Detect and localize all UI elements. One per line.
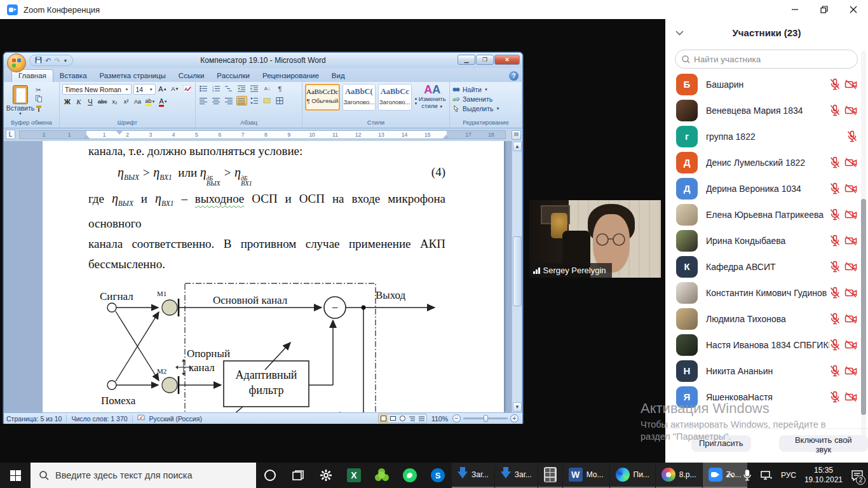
subscript-button[interactable]: x₂ (110, 97, 120, 107)
word-count[interactable]: Число слов: 1 370 (71, 415, 127, 423)
participant-row[interactable]: Б Башарин (665, 71, 864, 97)
sort-icon[interactable]: А↓ (262, 84, 273, 93)
superscript-button[interactable]: x² (121, 97, 132, 107)
ribbon-tab[interactable]: Вид (325, 70, 351, 82)
action-center-icon[interactable]: 2 (846, 463, 868, 488)
taskbar-app-paint[interactable]: 8.р... (656, 463, 702, 488)
participant-row[interactable]: Ирина Кондыбаева (665, 227, 864, 254)
language-switcher[interactable]: РУС (776, 463, 801, 488)
minimize-button[interactable] (780, 0, 810, 19)
taskbar-search-input[interactable] (55, 470, 246, 480)
unmute-button[interactable]: Включить свой звук (779, 435, 868, 452)
zoom-in-icon[interactable]: + (510, 414, 519, 423)
panel-scrollbar-thumb[interactable] (861, 199, 866, 415)
language-indicator[interactable]: Русский (Россия) (149, 415, 202, 423)
participant-row[interactable]: Константин Кимович Гудинов (665, 280, 864, 306)
justify-icon[interactable] (236, 96, 247, 105)
style-heading1[interactable]: AaBbC( Заголово... (342, 84, 376, 111)
scroll-down-icon[interactable]: ▼ (513, 402, 522, 412)
participant-video-tile[interactable]: Sergey Perelygin (529, 200, 661, 278)
format-painter-icon[interactable] (36, 105, 42, 113)
zoom-level[interactable]: 110% (431, 415, 448, 423)
ruler-toggle-button[interactable]: ▤ (512, 130, 521, 140)
web-view-icon[interactable] (398, 414, 407, 423)
ribbon-tab[interactable]: Рецензирование (256, 70, 325, 82)
panel-scrollbar[interactable] (861, 51, 866, 445)
help-icon[interactable]: ? (509, 71, 519, 81)
underline-button[interactable]: Ч (85, 97, 95, 107)
paste-button[interactable]: Вставить▼ (6, 84, 34, 118)
line-spacing-icon[interactable] (249, 96, 260, 105)
copy-icon[interactable] (36, 95, 42, 104)
taskbar-app-word[interactable]: WМо... (563, 463, 609, 488)
task-view-icon[interactable] (284, 463, 312, 488)
document-scrollbar[interactable]: ▲ ▼ (512, 141, 522, 412)
spellcheck-icon[interactable] (137, 414, 146, 423)
settings-icon[interactable] (312, 463, 340, 488)
shading-icon[interactable] (262, 96, 273, 105)
restore-button[interactable] (810, 0, 839, 19)
align-right-icon[interactable] (224, 96, 234, 105)
change-styles-button[interactable]: AA Изменитьстили ▼ (417, 84, 447, 118)
font-color-button[interactable]: А▼ (158, 97, 168, 107)
participant-row[interactable]: Я ЯшенковаНастя (665, 384, 864, 410)
fullscreen-view-icon[interactable] (388, 414, 398, 423)
ribbon-tab[interactable]: Ссылки (172, 70, 211, 82)
select-button[interactable]: Выделить▼ (452, 105, 499, 112)
participant-row[interactable]: Н Никита Ананьин (665, 358, 864, 384)
page-indicator[interactable]: Страница: 5 из 10 (6, 415, 62, 423)
bullets-icon[interactable] (198, 84, 209, 93)
style-heading2[interactable]: AaBbCc Заголово... (378, 84, 411, 111)
word-minimize-button[interactable]: ▁ (458, 55, 475, 65)
whatsapp-icon[interactable] (396, 463, 424, 488)
italic-button[interactable]: К (74, 97, 84, 107)
tab-selector[interactable]: L (6, 130, 15, 139)
font-size-combo[interactable]: 14▼ (133, 84, 156, 95)
bold-button[interactable]: Ж (62, 97, 72, 107)
start-button[interactable] (0, 463, 31, 488)
print-layout-view-icon[interactable] (379, 414, 388, 423)
icq-icon[interactable] (368, 463, 396, 488)
ribbon-tab[interactable]: Разметка страницы (93, 70, 172, 82)
collapse-panel-icon[interactable] (675, 27, 684, 38)
participant-row[interactable]: Настя Иванова 1834 СПБГИКИТ (665, 332, 864, 358)
outline-view-icon[interactable] (407, 414, 417, 423)
clear-formatting-button[interactable]: A (182, 84, 193, 94)
cut-icon[interactable]: ✂ (36, 86, 42, 93)
office-button[interactable] (7, 53, 26, 72)
cortana-icon[interactable] (256, 463, 284, 488)
numbering-icon[interactable]: 123 (211, 84, 222, 93)
right-indent-marker[interactable] (443, 135, 449, 139)
draft-view-icon[interactable] (417, 414, 426, 423)
scrollbar-thumb[interactable] (513, 236, 522, 306)
change-case-button[interactable]: Aa (133, 97, 143, 107)
document-page[interactable]: канала, т.е. должно выполняться условие:… (43, 141, 504, 412)
participant-search-box[interactable] (675, 50, 858, 69)
taskbar-app-download-2[interactable]: Заг... (495, 463, 538, 488)
align-left-icon[interactable] (198, 96, 209, 105)
taskbar-app-calculator[interactable] (538, 463, 562, 488)
zoom-slider[interactable] (463, 417, 508, 419)
highlight-button[interactable]: ab▼ (144, 97, 157, 107)
font-family-combo[interactable]: Times New Roman▼ (62, 84, 132, 95)
replace-button[interactable]: abЗаменить (452, 95, 499, 103)
close-button[interactable] (839, 0, 868, 19)
participant-row[interactable]: Д Дерина Вероника 1034 (665, 175, 864, 201)
strikethrough-button[interactable]: abс (97, 97, 109, 107)
skype-icon[interactable]: S (424, 463, 452, 488)
view-buttons[interactable] (378, 414, 427, 423)
shrink-font-button[interactable]: A▼ (170, 84, 180, 94)
taskbar-app-edge[interactable]: Пи... (610, 463, 655, 488)
tray-clock[interactable]: 15:35 19.10.2021 (801, 466, 846, 485)
participant-row[interactable]: К Кафедра АВСИТ (665, 254, 864, 280)
search-input[interactable] (694, 55, 851, 64)
tray-mic-icon[interactable] (738, 463, 756, 488)
zoom-slider-thumb[interactable] (484, 415, 488, 422)
participant-row[interactable]: Веневцева Мария 1834 (665, 97, 864, 123)
taskbar-search-box[interactable] (31, 463, 256, 488)
ribbon-tab[interactable]: Вставка (53, 70, 93, 82)
participant-row[interactable]: Д Денис Лумельский 1822 (665, 149, 864, 175)
left-indent-marker[interactable] (83, 135, 90, 139)
borders-icon[interactable] (275, 96, 285, 105)
horizontal-ruler[interactable]: 21 123456789101112131415 1718 (19, 130, 506, 139)
